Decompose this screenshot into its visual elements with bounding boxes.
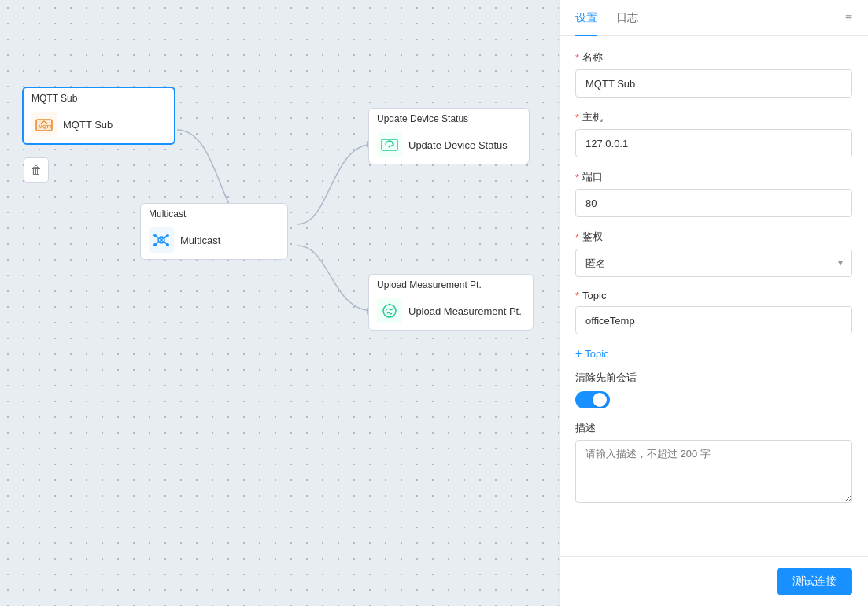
upload-measurement-node[interactable]: Upload Measurement Pt. Upload Measuremen… xyxy=(368,274,534,331)
multicast-label: Multicast xyxy=(180,235,220,246)
mqtt-sub-label: MQTT Sub xyxy=(63,119,113,131)
svg-point-6 xyxy=(166,234,169,237)
clear-session-toggle[interactable] xyxy=(575,391,610,408)
topic-label: * Topic xyxy=(575,290,852,301)
update-device-icon xyxy=(377,132,402,157)
panel-tabs: 设置 日志 ≡ xyxy=(560,0,868,36)
test-connection-button[interactable]: 测试连接 xyxy=(777,568,852,595)
upload-measurement-label: Upload Measurement Pt. xyxy=(408,305,522,317)
desc-textarea[interactable] xyxy=(575,440,852,503)
add-topic-label: Topic xyxy=(585,348,608,360)
topic-input[interactable] xyxy=(575,306,852,334)
auth-field-group: * 鉴权 匿名 用户名/密码 ▾ xyxy=(575,230,852,277)
desc-label: 描述 xyxy=(575,421,852,435)
flow-canvas[interactable]: MQTT Sub MQTT MQTT Sub 🗑 Multicast xyxy=(0,0,559,606)
topic-field-group: * Topic xyxy=(575,290,852,334)
panel-menu-icon[interactable]: ≡ xyxy=(845,11,852,25)
svg-point-7 xyxy=(166,243,169,246)
mqtt-sub-node[interactable]: MQTT Sub MQTT MQTT Sub xyxy=(22,87,175,145)
toggle-knob xyxy=(593,393,607,407)
auth-select[interactable]: 匿名 用户名/密码 xyxy=(575,249,852,277)
host-field-group: * 主机 xyxy=(575,110,852,157)
multicast-node[interactable]: Multicast Multicast xyxy=(140,203,288,260)
port-label: * 端口 xyxy=(575,170,852,184)
mqtt-sub-title: MQTT Sub xyxy=(24,88,174,107)
update-device-node[interactable]: Update Device Status Update Device Statu… xyxy=(368,108,530,164)
svg-point-5 xyxy=(153,243,157,246)
tab-settings[interactable]: 设置 xyxy=(575,0,597,36)
svg-point-9 xyxy=(389,146,391,148)
panel-content: * 名称 * 主机 * 端口 * 鉴权 xyxy=(560,36,868,556)
port-input[interactable] xyxy=(575,189,852,217)
add-topic-plus-icon: + xyxy=(575,347,582,360)
svg-point-11 xyxy=(389,304,391,306)
svg-point-10 xyxy=(383,305,396,317)
delete-button[interactable]: 🗑 xyxy=(24,157,49,183)
upload-measurement-icon xyxy=(377,298,402,323)
multicast-title: Multicast xyxy=(141,204,287,223)
name-label: * 名称 xyxy=(575,50,852,65)
clear-session-label: 清除先前会话 xyxy=(575,371,852,385)
panel-footer: 测试连接 xyxy=(560,556,868,606)
update-device-label: Update Device Status xyxy=(408,139,508,151)
tab-logs[interactable]: 日志 xyxy=(616,0,638,36)
host-input[interactable] xyxy=(575,129,852,157)
svg-text:MQTT: MQTT xyxy=(39,124,52,129)
name-field-group: * 名称 xyxy=(575,50,852,98)
settings-panel: 设置 日志 ≡ * 名称 * 主机 * 端口 xyxy=(559,0,868,606)
svg-point-4 xyxy=(153,234,157,237)
add-topic-button[interactable]: + Topic xyxy=(575,347,609,360)
update-device-title: Update Device Status xyxy=(369,109,529,127)
multicast-icon xyxy=(149,227,174,253)
mqtt-icon: MQTT xyxy=(31,112,57,137)
auth-label: * 鉴权 xyxy=(575,230,852,244)
upload-measurement-title: Upload Measurement Pt. xyxy=(369,275,533,294)
host-label: * 主机 xyxy=(575,110,852,124)
port-field-group: * 端口 xyxy=(575,170,852,217)
delete-icon: 🗑 xyxy=(31,164,42,176)
name-input[interactable] xyxy=(575,69,852,98)
